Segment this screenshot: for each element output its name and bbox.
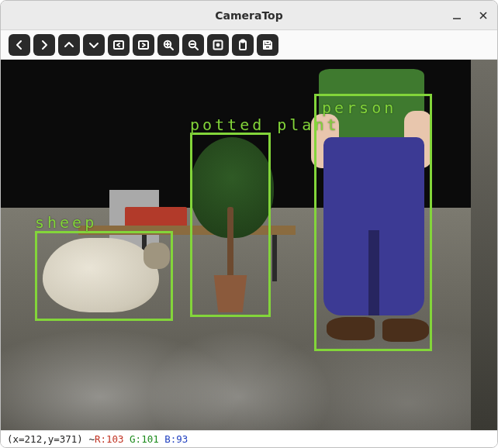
minimize-icon: [451, 10, 462, 21]
status-yval: 371: [60, 433, 78, 445]
save-icon: [261, 39, 274, 51]
detection-label: sheep: [35, 213, 97, 232]
svg-rect-3: [114, 41, 123, 49]
status-xval: 212: [25, 433, 43, 445]
image-right-icon: [137, 39, 150, 51]
pan-down-button[interactable]: [83, 34, 105, 56]
svg-point-13: [216, 43, 220, 47]
pan-up-button[interactable]: [58, 34, 80, 56]
forward-button[interactable]: [33, 34, 55, 56]
svg-rect-4: [139, 41, 148, 49]
close-button[interactable]: [474, 6, 493, 25]
svg-line-6: [170, 47, 173, 50]
zoom-in-icon: [162, 39, 175, 51]
status-glab: G:: [130, 433, 141, 445]
fit-screen-icon: [212, 39, 224, 51]
status-rval: 103: [106, 433, 124, 445]
window-controls: [448, 1, 493, 30]
detection-box: [35, 231, 173, 321]
status-ylab: y=: [48, 433, 60, 445]
svg-rect-17: [265, 46, 270, 49]
zoom-out-button[interactable]: [182, 34, 204, 56]
clipboard-icon: [237, 39, 249, 51]
app-window: CameraTop: [0, 0, 498, 448]
status-xlab: x=: [13, 433, 25, 445]
back-button[interactable]: [9, 34, 30, 56]
zoom-in-button[interactable]: [157, 34, 179, 56]
detection-box: [190, 133, 271, 317]
arrow-up-icon: [63, 39, 75, 51]
window-title: CameraTop: [215, 9, 283, 22]
fit-screen-button[interactable]: [207, 34, 229, 56]
arrow-down-icon: [88, 39, 100, 51]
svg-line-10: [195, 47, 198, 50]
status-bval: 93: [176, 433, 188, 445]
status-rlab: R:: [95, 433, 106, 445]
arrow-left-icon: [13, 39, 26, 51]
status-sep: ,: [42, 433, 48, 445]
detection-box: [314, 94, 432, 351]
statusbar: ( x= 212 , y= 371 ) ~ R: 103 G: 101 B: 9…: [1, 430, 497, 447]
zoom-out-icon: [187, 39, 199, 51]
status-close: ) ~: [77, 433, 95, 445]
toolbar: [1, 30, 497, 60]
save-button[interactable]: [257, 34, 278, 56]
svg-rect-16: [266, 41, 270, 43]
close-icon: [478, 10, 489, 21]
image-left-icon: [112, 39, 125, 51]
minimize-button[interactable]: [448, 6, 466, 25]
scene-rightwall: [471, 60, 497, 430]
frame-prev-button[interactable]: [108, 34, 130, 56]
status-gval: 101: [141, 433, 159, 445]
image-viewport[interactable]: sheep potted plant person: [1, 60, 497, 430]
frame-next-button[interactable]: [133, 34, 154, 56]
titlebar: CameraTop: [1, 1, 497, 30]
detection-label: person: [322, 98, 396, 117]
scene-table-leg: [272, 235, 277, 281]
copy-button[interactable]: [232, 34, 254, 56]
arrow-right-icon: [38, 39, 50, 51]
status-open: (: [7, 433, 13, 445]
status-blab: B:: [164, 433, 176, 445]
scene-red-crate: [125, 207, 187, 227]
